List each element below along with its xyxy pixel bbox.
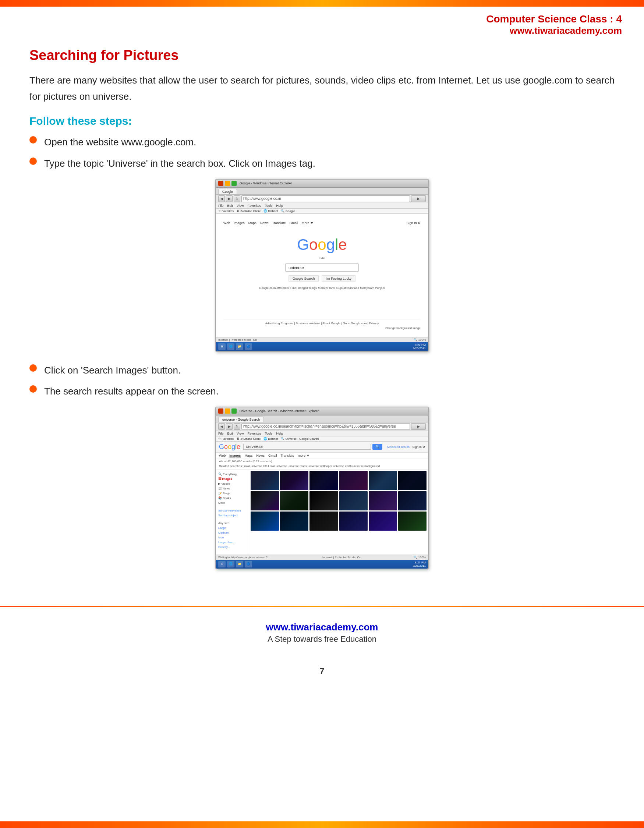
back-button-2[interactable]: ◀ (218, 423, 225, 430)
browser-tab[interactable]: Google (218, 189, 237, 194)
start-button[interactable]: ⊞ (218, 343, 226, 350)
back-button[interactable]: ◀ (218, 195, 225, 202)
image-thumb[interactable] (369, 511, 397, 531)
sign-in-2[interactable]: Sign In ⚙ (412, 445, 425, 448)
menu-edit[interactable]: Edit (227, 204, 233, 207)
image-thumb[interactable] (251, 471, 279, 490)
image-thumb[interactable] (339, 471, 368, 490)
image-thumb[interactable] (369, 471, 397, 490)
refresh-button-2[interactable]: ↻ (233, 423, 240, 430)
sidebar-images[interactable]: 🖼 Images (218, 477, 246, 481)
sidebar-videos[interactable]: ▶ Videos (218, 481, 246, 486)
browser-nav-row: ◀ ▶ ↻ http://www.google.co.in ▶ (216, 194, 428, 203)
gimg-search-button[interactable]: 🔍 (373, 444, 382, 450)
sidebar-larger-than[interactable]: Larger than... (218, 540, 246, 545)
menu-help-2[interactable]: Help (276, 432, 283, 435)
google-search-button[interactable]: Google Search (288, 275, 319, 282)
image-thumb[interactable] (398, 511, 426, 531)
menu-favorites-2[interactable]: Favorites (247, 432, 261, 435)
forward-button[interactable]: ▶ (226, 195, 233, 202)
sign-in[interactable]: Sign In ⚙ (406, 221, 421, 225)
page-title: Searching for Pictures (30, 47, 614, 63)
image-thumb[interactable] (398, 471, 426, 490)
image-thumb[interactable] (339, 491, 368, 510)
menu-view[interactable]: View (237, 204, 244, 207)
sidebar-sort-relevance[interactable]: Sort by relevance (218, 508, 246, 513)
menu-edit-2[interactable]: Edit (227, 432, 233, 435)
menu-tools-2[interactable]: Tools (265, 432, 272, 435)
menu-favorites[interactable]: Favorites (247, 204, 261, 207)
menu-tools[interactable]: Tools (265, 204, 272, 207)
go-button-2[interactable]: ▶ (411, 423, 426, 430)
sidebar-exactly[interactable]: Exactly... (218, 545, 246, 549)
image-thumb[interactable] (280, 471, 309, 490)
address-bar-2[interactable]: http://www.google.co.in/search?tbm=isch&… (241, 423, 410, 430)
folder-icon-2[interactable]: 📁 (236, 561, 243, 568)
app-icon[interactable]: 🔵 (245, 343, 252, 350)
sidebar-news[interactable]: 📰 News (218, 486, 246, 491)
image-row-1 (251, 471, 426, 490)
gimg-nav-maps[interactable]: Maps (244, 454, 252, 458)
sidebar-more[interactable]: More (218, 500, 246, 505)
sidebar-blogs[interactable]: 📝 Blogs (218, 491, 246, 496)
start-button-2[interactable]: ⊞ (218, 561, 226, 568)
nav-images[interactable]: Images (233, 221, 245, 225)
screenshot-2: universe - Google Search - Windows Inter… (215, 407, 429, 569)
sidebar-any-size[interactable]: Any size (218, 521, 246, 525)
google-search-input[interactable]: universe (285, 263, 359, 271)
list-item: The search results appear on the screen. (30, 384, 614, 399)
nav-web[interactable]: Web (223, 221, 230, 225)
nav-news[interactable]: News (260, 221, 269, 225)
gimg-nav: Web Images Maps News Gmail Translate mor… (216, 453, 428, 459)
go-button[interactable]: ▶ (411, 195, 426, 202)
sidebar-large[interactable]: Large (218, 525, 246, 530)
image-thumb[interactable] (280, 511, 309, 531)
ie-icon-2[interactable]: 🌐 (227, 561, 234, 568)
footer-links: Advertising Programs | Business solution… (265, 321, 379, 325)
image-thumb[interactable] (339, 511, 368, 531)
app-icon-2[interactable]: 🔵 (245, 561, 252, 568)
folder-icon[interactable]: 📁 (236, 343, 243, 350)
browser-tab-2[interactable]: universe - Google Search (218, 417, 264, 422)
sidebar-medium[interactable]: Medium (218, 530, 246, 535)
menu-view-2[interactable]: View (237, 432, 244, 435)
menu-help[interactable]: Help (276, 204, 283, 207)
image-thumb[interactable] (398, 491, 426, 510)
image-thumb[interactable] (309, 511, 338, 531)
menu-file-2[interactable]: File (218, 432, 224, 435)
nav-more[interactable]: more ▼ (302, 221, 313, 225)
nav-gmail[interactable]: Gmail (290, 221, 298, 225)
refresh-button[interactable]: ↻ (233, 195, 240, 202)
image-thumb[interactable] (309, 491, 338, 510)
gimg-nav-translate[interactable]: Translate (280, 454, 294, 458)
nav-translate[interactable]: Translate (272, 221, 285, 225)
tab-label: Google (222, 190, 233, 194)
address-bar[interactable]: http://www.google.co.in (241, 195, 410, 202)
sidebar-sort-subject[interactable]: Sort by subject (218, 513, 246, 518)
gimg-search-input[interactable]: UNIVERSE (243, 444, 371, 450)
gimg-nav-gmail[interactable]: Gmail (268, 454, 277, 458)
gimg-nav-news[interactable]: News (256, 454, 265, 458)
feeling-lucky-button[interactable]: I'm Feeling Lucky (322, 275, 356, 282)
forward-button-2[interactable]: ▶ (226, 423, 233, 430)
browser-menu-2: File Edit View Favorites Tools Help (216, 431, 428, 436)
nav-maps[interactable]: Maps (248, 221, 257, 225)
ie-icon[interactable]: 🌐 (227, 343, 234, 350)
menu-file[interactable]: File (218, 204, 224, 207)
gimg-nav-images[interactable]: Images (229, 454, 241, 458)
browser-menu: File Edit View Favorites Tools Help (216, 203, 428, 209)
loading-text: Waiting for http://www.google.co.in/sear… (218, 556, 270, 558)
sidebar-icon[interactable]: Icon (218, 535, 246, 540)
image-thumb[interactable] (369, 491, 397, 510)
sidebar-books[interactable]: 📚 Books (218, 496, 246, 500)
advanced-search-link[interactable]: Advanced search (387, 445, 410, 448)
image-thumb[interactable] (251, 511, 279, 531)
image-thumb[interactable] (309, 471, 338, 490)
gimg-nav-web[interactable]: Web (219, 454, 226, 458)
image-thumb[interactable] (280, 491, 309, 510)
gimg-toolbar: Google UNIVERSE 🔍 Advanced search Sign I… (216, 442, 428, 453)
sidebar-everything[interactable]: 🔍 Everything (218, 472, 246, 477)
image-thumb[interactable] (251, 491, 279, 510)
google-logo-area: Google (223, 236, 421, 254)
gimg-nav-more[interactable]: more ▼ (298, 454, 310, 458)
